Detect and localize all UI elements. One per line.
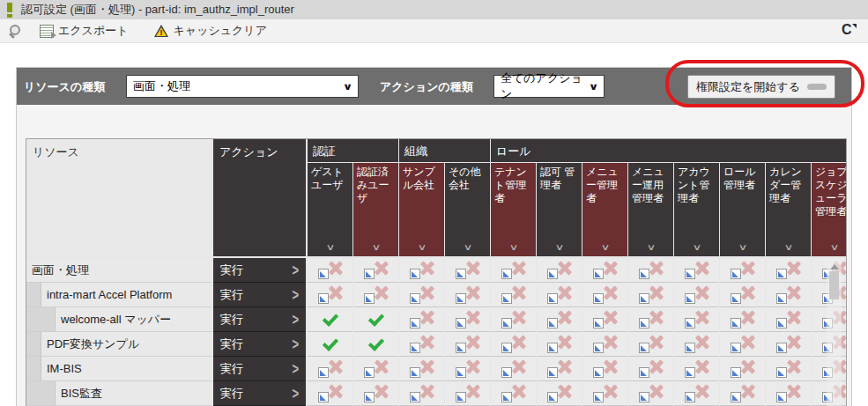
permission-cell[interactable]: [491, 307, 536, 332]
vertical-scrollbar[interactable]: [827, 260, 842, 406]
permission-cell[interactable]: [537, 332, 582, 357]
permission-cell[interactable]: [308, 332, 352, 357]
permission-cell[interactable]: [353, 357, 398, 381]
action-execute-button[interactable]: 実行>: [213, 332, 306, 357]
action-execute-button[interactable]: 実行>: [213, 283, 306, 307]
resource-cell[interactable]: intra-mart Accel Platform: [26, 283, 211, 307]
permission-cell[interactable]: [399, 381, 444, 406]
column-header-2[interactable]: サンプル会社∨: [399, 163, 444, 256]
permission-cell[interactable]: [582, 332, 627, 357]
chevron-down-icon[interactable]: ∨: [417, 240, 427, 254]
permission-cell[interactable]: [445, 283, 490, 307]
column-header-6[interactable]: メニュー管理者∨: [582, 163, 627, 256]
permission-cell[interactable]: [445, 307, 490, 332]
permission-cell[interactable]: [491, 258, 536, 283]
permission-cell[interactable]: [720, 307, 765, 332]
permission-cell[interactable]: [445, 357, 490, 381]
chevron-down-icon[interactable]: ∨: [738, 240, 747, 254]
permission-cell[interactable]: [628, 357, 673, 381]
export-button[interactable]: エクスポート: [40, 23, 129, 39]
column-header-5[interactable]: 認可 管理者∨: [537, 163, 582, 256]
permission-cell[interactable]: [582, 283, 627, 307]
permission-cell[interactable]: [445, 381, 490, 406]
chevron-down-icon[interactable]: ∨: [783, 240, 793, 254]
column-header-9[interactable]: ロール管理者∨: [720, 163, 765, 256]
chevron-down-icon[interactable]: ∨: [371, 240, 381, 254]
scroll-up-icon[interactable]: [830, 264, 839, 269]
permission-cell[interactable]: [399, 283, 444, 307]
resource-cell[interactable]: IM-BIS: [26, 357, 211, 381]
cache-clear-button[interactable]: ! キャッシュクリア: [153, 23, 267, 39]
permission-cell[interactable]: [353, 283, 398, 307]
permission-cell[interactable]: [766, 357, 811, 381]
chevron-down-icon[interactable]: ∨: [463, 240, 472, 254]
permission-cell[interactable]: [491, 283, 536, 307]
permission-cell[interactable]: [674, 332, 719, 357]
permission-cell[interactable]: [308, 258, 352, 283]
chevron-down-icon[interactable]: ∨: [600, 240, 610, 254]
column-header-8[interactable]: アカウント管理者∨: [674, 163, 719, 256]
permission-cell[interactable]: [674, 307, 719, 332]
permission-cell[interactable]: [766, 307, 811, 332]
permission-cell[interactable]: [720, 381, 765, 406]
permission-cell[interactable]: [353, 307, 398, 332]
action-execute-button[interactable]: 実行>: [213, 307, 306, 332]
permission-cell[interactable]: [628, 307, 673, 332]
chevron-down-icon[interactable]: ∨: [646, 240, 656, 254]
permission-cell[interactable]: [628, 283, 673, 307]
column-header-4[interactable]: テナント管理者∨: [491, 163, 536, 256]
permission-cell[interactable]: [582, 307, 627, 332]
permission-cell[interactable]: [399, 258, 444, 283]
permission-cell[interactable]: [628, 258, 673, 283]
permission-cell[interactable]: [582, 357, 627, 381]
permission-cell[interactable]: [308, 357, 352, 381]
permission-cell[interactable]: [720, 357, 765, 381]
resource-cell[interactable]: 画面・処理: [26, 258, 211, 283]
permission-cell[interactable]: [445, 258, 490, 283]
search-icon[interactable]: [8, 24, 22, 38]
permission-cell[interactable]: [308, 283, 352, 307]
column-header-10[interactable]: カレンダー管理者∨: [766, 163, 811, 256]
column-header-3[interactable]: その他会社∨: [445, 163, 490, 256]
permission-cell[interactable]: [353, 332, 398, 357]
permission-cell[interactable]: [537, 381, 582, 406]
permission-cell[interactable]: [537, 258, 582, 283]
permission-cell[interactable]: [674, 381, 719, 406]
permission-cell[interactable]: [491, 381, 536, 406]
permission-cell[interactable]: [582, 258, 627, 283]
permission-cell[interactable]: [766, 381, 811, 406]
chevron-down-icon[interactable]: ∨: [554, 240, 564, 254]
permission-cell[interactable]: [674, 258, 719, 283]
permission-cell[interactable]: [628, 332, 673, 357]
permission-cell[interactable]: [353, 381, 398, 406]
permission-cell[interactable]: [491, 357, 536, 381]
column-header-1[interactable]: 認証済みユーザ∨: [353, 163, 398, 256]
permission-cell[interactable]: [537, 307, 582, 332]
refresh-icon[interactable]: C: [842, 23, 856, 37]
permission-cell[interactable]: [766, 332, 811, 357]
column-header-7[interactable]: メニュー運用管理者∨: [628, 163, 673, 256]
permission-cell[interactable]: [720, 283, 765, 307]
action-execute-button[interactable]: 実行>: [213, 381, 306, 406]
action-execute-button[interactable]: 実行>: [213, 357, 306, 381]
permission-cell[interactable]: [399, 332, 444, 357]
permission-cell[interactable]: [308, 381, 352, 406]
permission-cell[interactable]: [537, 283, 582, 307]
permission-cell[interactable]: [628, 381, 673, 406]
permission-cell[interactable]: [353, 258, 398, 283]
chevron-down-icon[interactable]: ∨: [325, 240, 335, 254]
permission-cell[interactable]: [674, 357, 719, 381]
permission-cell[interactable]: [399, 307, 444, 332]
resource-type-select[interactable]: 画面・処理 ∨: [126, 75, 359, 98]
resource-cell[interactable]: BIS監査: [26, 381, 211, 406]
permission-cell[interactable]: [445, 332, 490, 357]
column-header-11[interactable]: ジョブスケジューラ管理者∨: [812, 163, 847, 256]
resource-cell[interactable]: PDF変換サンプル: [26, 332, 211, 357]
permission-cell[interactable]: [766, 283, 811, 307]
permission-cell[interactable]: [720, 258, 765, 283]
action-execute-button[interactable]: 実行>: [213, 258, 306, 283]
permission-cell[interactable]: [308, 307, 352, 332]
permission-cell[interactable]: [766, 258, 811, 283]
permission-cell[interactable]: [399, 357, 444, 381]
chevron-down-icon[interactable]: ∨: [508, 240, 518, 254]
